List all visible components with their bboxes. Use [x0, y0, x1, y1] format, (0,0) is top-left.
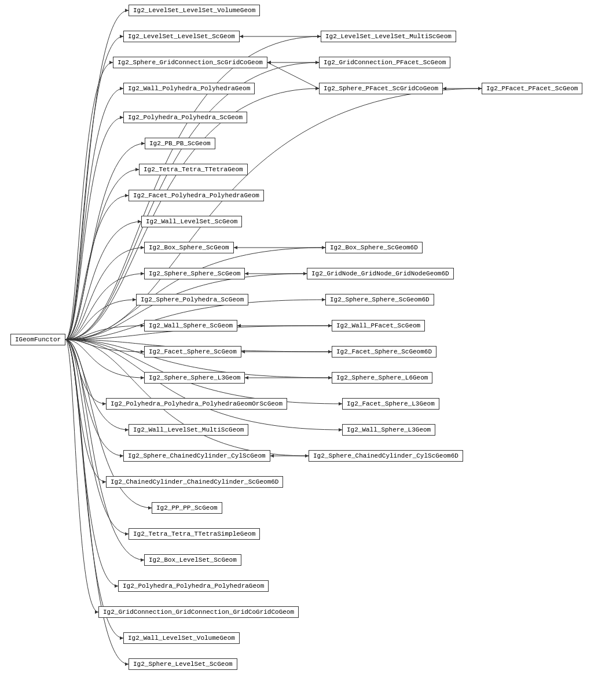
node-n35: Ig2_Box_LevelSet_ScGeom — [144, 554, 241, 566]
node-root: IGeomFunctor — [10, 334, 65, 345]
node-n15: Ig2_Box_Sphere_ScGeom6D — [325, 242, 423, 253]
connections-svg — [0, 0, 609, 700]
svg-marker-54 — [241, 350, 245, 353]
node-n30: Ig2_Sphere_ChainedCylinder_CylScGeom — [123, 450, 270, 462]
node-n10: Ig2_PB_PB_ScGeom — [145, 138, 215, 149]
node-n28: Ig2_Wall_LevelSet_MultiScGeom — [129, 424, 248, 436]
node-n8: Ig2_PFacet_PFacet_ScGeom — [482, 83, 582, 94]
node-n2: Ig2_LevelSet_LevelSet_ScGeom — [123, 31, 240, 42]
svg-marker-50 — [245, 272, 248, 275]
node-n36: Ig2_Polyhedra_Polyhedra_PolyhedraGeom — [118, 580, 269, 592]
svg-marker-44 — [267, 61, 271, 64]
node-n5: Ig2_GridConnection_PFacet_ScGeom — [319, 57, 450, 68]
node-n31: Ig2_Sphere_ChainedCylinder_CylScGeom6D — [309, 450, 463, 462]
svg-marker-56 — [245, 376, 248, 380]
node-n34: Ig2_Tetra_Tetra_TTetraSimpleGeom — [129, 528, 260, 540]
node-n13: Ig2_Wall_LevelSet_ScGeom — [141, 216, 242, 227]
node-n24: Ig2_Sphere_Sphere_L3Geom — [144, 372, 245, 384]
node-n22: Ig2_Facet_Sphere_ScGeom — [144, 346, 241, 358]
node-n25: Ig2_Sphere_Sphere_L6Geom — [332, 372, 432, 384]
node-n14: Ig2_Box_Sphere_ScGeom — [144, 242, 234, 253]
node-n16: Ig2_Sphere_Sphere_ScGeom — [144, 268, 245, 279]
node-n11: Ig2_Tetra_Tetra_TTetraGeom — [139, 164, 248, 175]
node-n20: Ig2_Wall_Sphere_ScGeom — [144, 320, 237, 331]
node-n7: Ig2_Sphere_PFacet_ScGridCoGeom — [319, 83, 443, 94]
node-n21: Ig2_Wall_PFacet_ScGeom — [332, 320, 425, 331]
svg-marker-48 — [234, 246, 237, 249]
node-n3: Ig2_LevelSet_LevelSet_MultiScGeom — [321, 31, 456, 42]
node-n33: Ig2_PP_PP_ScGeom — [152, 502, 222, 514]
node-n27: Ig2_Facet_Sphere_L3Geom — [342, 398, 439, 410]
node-n6: Ig2_Wall_Polyhedra_PolyhedraGeom — [123, 83, 255, 94]
node-n9: Ig2_Polyhedra_Polyhedra_ScGeom — [123, 112, 247, 123]
svg-marker-58 — [270, 454, 274, 458]
node-n38: Ig2_Wall_LevelSet_VolumeGeom — [123, 632, 240, 644]
svg-marker-46 — [443, 87, 446, 90]
node-n18: Ig2_Sphere_Polyhedra_ScGeom — [136, 294, 248, 305]
node-n4: Ig2_Sphere_GridConnection_ScGridCoGeom — [113, 57, 267, 68]
node-n19: Ig2_Sphere_Sphere_ScGeom6D — [325, 294, 434, 305]
diagram-container: IGeomFunctorIg2_LevelSet_LevelSet_Volume… — [0, 0, 609, 700]
node-n12: Ig2_Facet_Polyhedra_PolyhedraGeom — [129, 190, 264, 201]
node-n26: Ig2_Polyhedra_Polyhedra_PolyhedraGeomOrS… — [106, 398, 287, 410]
svg-marker-40 — [240, 35, 243, 38]
node-n23: Ig2_Facet_Sphere_ScGeom6D — [332, 346, 436, 358]
node-n32: Ig2_ChainedCylinder_ChainedCylinder_ScGe… — [106, 476, 283, 488]
svg-marker-52 — [237, 324, 241, 327]
node-n1: Ig2_LevelSet_LevelSet_VolumeGeom — [129, 5, 260, 16]
node-n37: Ig2_GridConnection_GridConnection_GridCo… — [98, 606, 299, 618]
svg-line-43 — [267, 62, 319, 89]
node-n17: Ig2_GridNode_GridNode_GridNodeGeom6D — [307, 268, 454, 279]
node-n29: Ig2_Wall_Sphere_L3Geom — [342, 424, 435, 436]
node-n39: Ig2_Sphere_LevelSet_ScGeom — [129, 658, 237, 670]
svg-marker-42 — [267, 61, 271, 64]
